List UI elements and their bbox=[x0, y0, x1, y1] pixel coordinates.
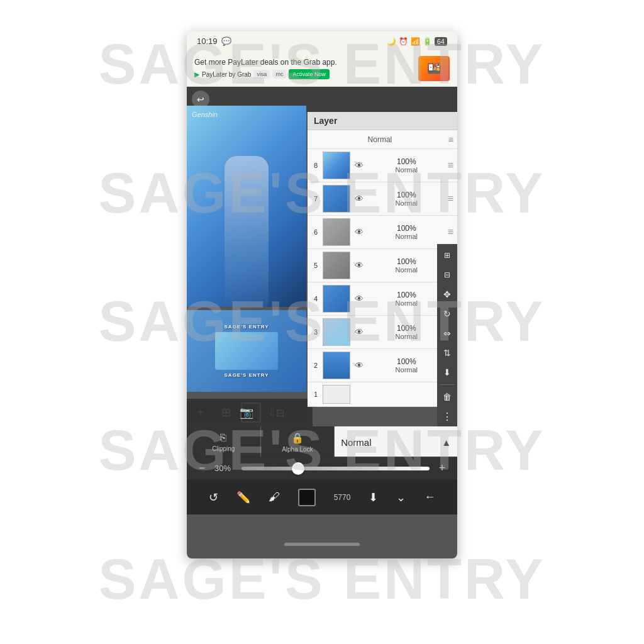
layer-panel-title: Layer bbox=[314, 116, 337, 126]
status-right: 🌙 ⏰ 📶 🔋 64 bbox=[387, 37, 447, 46]
layer-item-5[interactable]: 5 👁 100% Normal ≡ bbox=[308, 249, 457, 282]
layer-eye-4[interactable]: 👁 bbox=[353, 294, 365, 304]
layer-info-3: 100% Normal bbox=[365, 324, 448, 340]
layer-top-partial: Normal ≡ bbox=[308, 130, 457, 149]
layer-thumb-1 bbox=[323, 385, 350, 404]
layer-info-2: 100% Normal bbox=[365, 357, 448, 374]
flip-btn[interactable]: ⇔ bbox=[438, 325, 456, 342]
home-indicator bbox=[284, 543, 360, 546]
opacity-thumb bbox=[292, 462, 304, 475]
opacity-slider[interactable] bbox=[242, 467, 430, 470]
layer-eye-3[interactable]: 👁 bbox=[353, 327, 365, 337]
layer-opacity-8: 100% bbox=[368, 157, 445, 166]
checkerboard-btn[interactable]: ⊞ bbox=[438, 247, 456, 264]
layer-thumb-content-7 bbox=[323, 186, 350, 212]
layer-number-4: 4 bbox=[311, 295, 320, 303]
camera-tool-bar: 📷 bbox=[187, 401, 306, 423]
layer-thumb-4 bbox=[323, 285, 350, 313]
layer-number-5: 5 bbox=[311, 262, 320, 269]
layer-eye-2[interactable]: 👁 bbox=[353, 360, 365, 370]
entry-thumb bbox=[215, 332, 278, 370]
color-swatch[interactable] bbox=[298, 489, 316, 506]
layer-opacity-7: 100% bbox=[368, 191, 445, 199]
layer-number-2: 2 bbox=[311, 362, 320, 369]
opacity-increase-button[interactable]: + bbox=[435, 462, 450, 475]
layer-eye-6[interactable]: 👁 bbox=[353, 227, 365, 237]
layer-item-4[interactable]: 4 👁 100% Normal ≡ bbox=[308, 282, 457, 316]
character-body bbox=[225, 156, 269, 307]
camera-button[interactable]: 📷 bbox=[240, 406, 253, 419]
clipping-label: Clipping bbox=[212, 445, 235, 452]
ad-title: Get more PayLater deals on the Grab app. bbox=[194, 58, 418, 67]
genshin-watermark: Genshin bbox=[192, 111, 218, 118]
move-btn[interactable]: ✥ bbox=[438, 286, 456, 303]
layer-thumb-5 bbox=[323, 252, 350, 279]
chevron-down-button[interactable]: ⌄ bbox=[396, 491, 406, 504]
brush-size-counter: 5770 bbox=[334, 493, 351, 502]
dropdown-arrow: ▲ bbox=[441, 437, 451, 448]
layer-number-8: 8 bbox=[311, 162, 320, 169]
layer-top-drag[interactable]: ≡ bbox=[448, 135, 453, 145]
layer-opacity-2: 100% bbox=[368, 357, 445, 366]
bottom-nav: ↺ ✏️ 🖌 5770 ⬇ ⌄ ← bbox=[187, 480, 457, 514]
layer-thumb-content-4 bbox=[323, 286, 350, 312]
layer-item-2[interactable]: 2 👁 100% Normal ≡ bbox=[308, 349, 457, 382]
canvas-artwork: Genshin bbox=[187, 106, 306, 307]
layer-item-7[interactable]: 7 👁 100% Normal ≡ bbox=[308, 182, 457, 216]
delete-btn[interactable]: 🗑 bbox=[438, 388, 456, 406]
brush-button[interactable]: ✏️ bbox=[236, 491, 250, 504]
layer-thumb-2 bbox=[323, 352, 350, 379]
blend-mode-label: Normal bbox=[341, 437, 371, 448]
grid-btn[interactable]: ⊟ bbox=[438, 266, 456, 284]
more-btn[interactable]: ⋮ bbox=[438, 408, 456, 425]
alarm-icon: ⏰ bbox=[399, 37, 408, 46]
layer-item-1[interactable]: 1 bbox=[308, 382, 457, 407]
clipping-button[interactable]: ⎘ Clipping bbox=[187, 426, 261, 458]
layer-mode-3: Normal bbox=[368, 333, 445, 340]
moon-icon: 🌙 bbox=[387, 37, 396, 46]
alpha-lock-button[interactable]: 🔒 Alpha Lock bbox=[261, 426, 335, 458]
layer-thumb-content-2 bbox=[323, 352, 350, 379]
layer-item-3[interactable]: 3 👁 100% Normal ≡ bbox=[308, 316, 457, 349]
ad-food-image: 🍱 bbox=[418, 56, 450, 81]
layer-drag-8[interactable]: ≡ bbox=[448, 160, 453, 171]
grab-logo: ▶ bbox=[194, 71, 199, 78]
activate-button[interactable]: Activate Now bbox=[289, 69, 330, 79]
ad-logo-2: mc bbox=[272, 70, 286, 79]
layer-eye-5[interactable]: 👁 bbox=[353, 260, 365, 270]
layer-mode-8: Normal bbox=[368, 166, 445, 174]
right-toolbar: ⊞ ⊟ ✥ ↻ ⇔ ⇅ ⬇ 🗑 ⋮ bbox=[437, 244, 457, 428]
sage-entry-label-1: SAGE'S ENTRY bbox=[225, 324, 269, 330]
layer-thumb-content-3 bbox=[323, 319, 350, 345]
layer-drag-7[interactable]: ≡ bbox=[448, 193, 453, 204]
layer-mode-4: Normal bbox=[368, 299, 445, 307]
layer-info-5: 100% Normal bbox=[365, 257, 448, 274]
layer-item-8[interactable]: 8 👁 100% Normal ≡ bbox=[308, 149, 457, 182]
ad-content: Get more PayLater deals on the Grab app.… bbox=[194, 58, 418, 79]
blend-mode-dropdown[interactable]: Normal ▲ bbox=[335, 426, 457, 458]
back-nav-button[interactable]: ← bbox=[424, 491, 435, 504]
layer-info-4: 100% Normal bbox=[365, 291, 448, 307]
brush-tool-button[interactable]: 🖌 bbox=[269, 491, 280, 504]
layer-eye-7[interactable]: 👁 bbox=[353, 194, 365, 204]
layer-opacity-6: 100% bbox=[368, 224, 445, 233]
download-nav-button[interactable]: ⬇ bbox=[369, 491, 378, 504]
separator bbox=[440, 384, 455, 385]
layer-drag-6[interactable]: ≡ bbox=[448, 226, 453, 238]
scale-btn[interactable]: ⇅ bbox=[438, 344, 456, 362]
ad-logos: ▶ PayLater by Grab visa mc Activate Now bbox=[194, 69, 418, 79]
signal-icon: 📶 bbox=[411, 37, 420, 46]
rotate-btn[interactable]: ↻ bbox=[438, 305, 456, 323]
undo-button[interactable]: ↺ bbox=[209, 491, 218, 504]
layer-number-1: 1 bbox=[311, 391, 320, 398]
mode-bar: ⎘ Clipping 🔒 Alpha Lock Normal ▲ bbox=[187, 426, 457, 458]
layer-item-6[interactable]: 6 👁 100% Normal ≡ bbox=[308, 216, 457, 249]
layer-thumb-6 bbox=[323, 218, 350, 246]
layer-thumb-content-6 bbox=[323, 219, 350, 245]
layer-thumb-content-8 bbox=[323, 152, 350, 179]
download-btn[interactable]: ⬇ bbox=[438, 364, 456, 381]
layer-panel: Layer Normal ≡ 8 👁 100% Normal ≡ bbox=[308, 112, 457, 407]
opacity-decrease-button[interactable]: − bbox=[194, 462, 209, 475]
layer-eye-8[interactable]: 👁 bbox=[353, 160, 365, 170]
ad-banner[interactable]: Get more PayLater deals on the Grab app.… bbox=[187, 51, 457, 87]
